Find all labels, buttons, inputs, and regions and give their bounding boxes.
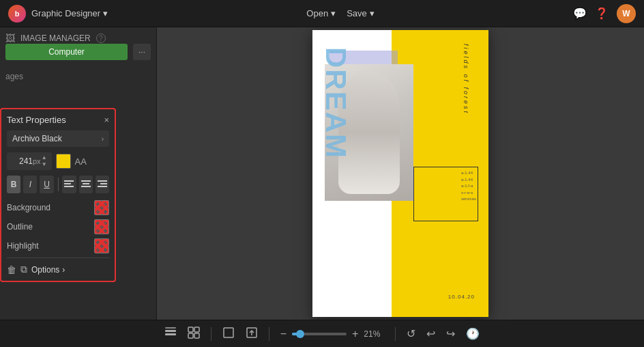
size-down-button[interactable]: ▼ <box>41 161 48 168</box>
canvas-area[interactable]: DREAM fields of forest a-1.44a-1.44a-1.f… <box>157 27 644 320</box>
save-label: Save <box>347 8 367 18</box>
underline-label: U <box>44 180 50 189</box>
image-manager-section: 🖼 IMAGE MANAGER ? Computer ··· <box>5 33 151 64</box>
options-arrow-icon: › <box>62 265 65 275</box>
svg-rect-8 <box>98 186 107 187</box>
options-label: Options <box>31 265 59 275</box>
options-button[interactable]: Options › <box>31 265 65 275</box>
user-initial: W <box>622 9 630 18</box>
panel-title: Text Properties <box>7 115 66 125</box>
align-right-button[interactable] <box>96 176 109 193</box>
help-icon[interactable]: ? <box>96 33 106 43</box>
export-icon-button[interactable] <box>246 327 258 342</box>
svg-rect-15 <box>194 333 199 338</box>
header-center: Open ▾ Save ▾ <box>306 8 374 18</box>
size-unit-label: px <box>33 157 41 165</box>
zoom-in-button[interactable]: + <box>352 328 358 340</box>
align-center-button[interactable] <box>79 176 93 193</box>
text-size-row: px ▲ ▼ AA <box>7 152 109 170</box>
open-arrow-icon: ▾ <box>331 8 336 18</box>
canvas-small-text: a-1.44a-1.44a-1.f-as-r-e-sservices <box>461 170 476 203</box>
export-icon <box>246 327 258 339</box>
save-arrow-icon: ▾ <box>370 8 375 18</box>
text-case-button[interactable]: AA <box>75 156 87 167</box>
svg-rect-16 <box>224 328 233 337</box>
header-left: b Graphic Designer ▾ <box>8 5 108 23</box>
crop-icon-button[interactable] <box>222 327 235 342</box>
pages-label: ages <box>5 72 23 81</box>
outline-color-swatch[interactable] <box>94 219 109 234</box>
app-title-button[interactable]: Graphic Designer ▾ <box>31 8 108 18</box>
bold-label: B <box>11 180 17 189</box>
pages-section: ages <box>5 70 151 82</box>
grid-icon-button[interactable] <box>188 327 200 342</box>
background-color-swatch[interactable] <box>94 200 109 215</box>
svg-rect-0 <box>64 180 74 182</box>
bottom-toolbar: − + 21% ↺ ↩ ↪ 🕐 <box>0 320 644 347</box>
header-right: 💬 ❓ W <box>573 4 636 23</box>
save-button[interactable]: Save ▾ <box>347 8 375 18</box>
more-upload-options-button[interactable]: ··· <box>133 44 151 60</box>
canvas-vertical-text: fields of forest <box>463 44 469 115</box>
font-size-input[interactable] <box>11 156 33 166</box>
svg-rect-10 <box>165 333 176 335</box>
text-format-row: B I U <box>7 176 109 193</box>
align-left-button[interactable] <box>62 176 76 193</box>
size-stepper: ▲ ▼ <box>41 154 48 168</box>
separator-2 <box>269 327 269 341</box>
italic-label: I <box>29 180 31 189</box>
panel-header: Text Properties × <box>7 115 109 125</box>
svg-rect-7 <box>100 183 107 184</box>
separator-3 <box>395 327 396 341</box>
canvas-dream-text: DREAM <box>319 47 352 159</box>
size-up-button[interactable]: ▲ <box>41 154 48 161</box>
font-selector[interactable]: Archivo Black › <box>7 130 109 147</box>
outline-row: Outline <box>7 219 109 234</box>
align-left-icon <box>64 180 74 189</box>
highlight-color-swatch[interactable] <box>94 238 109 253</box>
highlight-label: Highlight <box>7 241 39 251</box>
refresh-icon-button[interactable]: ↺ <box>407 327 415 340</box>
app-title-label: Graphic Designer <box>31 8 100 18</box>
svg-rect-9 <box>165 330 176 332</box>
background-row: Background <box>7 200 109 215</box>
bold-button[interactable]: B <box>7 176 20 193</box>
layers-icon-button[interactable] <box>164 327 177 342</box>
user-avatar[interactable]: W <box>617 4 636 23</box>
zoom-slider[interactable] <box>292 333 347 335</box>
svg-rect-5 <box>81 186 91 187</box>
open-label: Open <box>306 8 328 18</box>
open-button[interactable]: Open ▾ <box>306 8 336 18</box>
text-color-swatch[interactable] <box>56 154 71 169</box>
undo-icon-button[interactable]: ↩ <box>426 327 435 340</box>
duplicate-element-button[interactable]: ⧉ <box>20 264 27 275</box>
zoom-out-button[interactable]: − <box>280 328 287 340</box>
image-manager-label: IMAGE MANAGER <box>20 33 91 43</box>
canvas-date-text: 10.04.20 <box>448 294 475 300</box>
text-properties-panel: Text Properties × Archivo Black › px ▲ ▼… <box>0 108 116 282</box>
italic-button[interactable]: I <box>23 176 37 193</box>
svg-rect-13 <box>194 327 199 332</box>
svg-rect-3 <box>81 180 91 182</box>
crop-icon <box>222 327 235 339</box>
computer-upload-button[interactable]: Computer <box>5 44 128 60</box>
chat-icon-button[interactable]: 💬 <box>573 7 587 20</box>
redo-icon-button[interactable]: ↪ <box>446 327 455 340</box>
help-icon-button[interactable]: ❓ <box>595 7 609 20</box>
grid-icon <box>188 327 200 339</box>
image-icon: 🖼 <box>5 33 15 44</box>
zoom-slider-thumb <box>296 330 304 338</box>
sidebar: 🖼 IMAGE MANAGER ? Computer ··· ages Text… <box>0 27 157 320</box>
size-input-wrap: px ▲ ▼ <box>7 152 52 170</box>
close-panel-button[interactable]: × <box>104 115 109 124</box>
layers-icon <box>164 327 177 339</box>
outline-label: Outline <box>7 222 33 232</box>
clock-icon-button[interactable]: 🕐 <box>466 327 480 340</box>
logo-text: b <box>15 10 20 18</box>
zoom-bar: − + 21% <box>280 328 385 340</box>
separator-1 <box>211 327 211 341</box>
app-logo[interactable]: b <box>8 5 26 23</box>
delete-element-button[interactable]: 🗑 <box>7 264 16 275</box>
svg-rect-2 <box>64 186 74 187</box>
underline-button[interactable]: U <box>40 176 53 193</box>
